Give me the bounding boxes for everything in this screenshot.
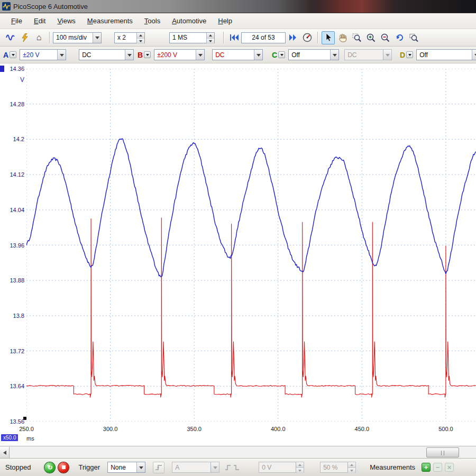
select-tool-button[interactable] [322, 31, 335, 44]
spin-up-icon[interactable] [137, 33, 144, 39]
edit-measurement-button: − [433, 463, 442, 472]
scrollbar-thumb[interactable] [426, 447, 459, 457]
go-button[interactable]: ↻ [44, 462, 55, 473]
channel-d-options-icon[interactable] [406, 51, 413, 58]
stop-button[interactable] [58, 462, 69, 473]
trigger-level-value: 0 V [259, 464, 296, 471]
buffer-overview-button[interactable] [300, 31, 314, 44]
zoom-out-icon [381, 33, 390, 42]
zoom-in-icon [367, 33, 376, 42]
trigger-direction-icons [225, 464, 240, 471]
channel-b-options-icon[interactable] [144, 51, 151, 58]
rewind-icon [230, 34, 239, 41]
dropdown-arrow-icon [210, 462, 219, 472]
add-measurement-button[interactable]: + [422, 463, 431, 472]
toolbar-separator [223, 32, 224, 43]
zoom-in-button[interactable] [364, 31, 378, 44]
y-tick-label: 14.2 [0, 136, 24, 142]
dropdown-arrow-icon[interactable] [254, 50, 262, 60]
spin-up-icon [296, 462, 304, 468]
app-icon [2, 2, 11, 11]
channel-a-range-select[interactable]: ±20 V [20, 49, 66, 60]
dropdown-arrow-icon[interactable] [196, 50, 204, 60]
falling-edge-small-icon [233, 464, 240, 471]
channel-d-controls: D Off [400, 49, 476, 60]
trigger-mode-select[interactable]: None [107, 462, 145, 473]
channel-c-range-select[interactable]: Off [288, 49, 339, 60]
dropdown-arrow-icon[interactable] [472, 50, 476, 60]
menu-item-help[interactable]: Help [212, 15, 238, 27]
dropdown-arrow-icon[interactable] [330, 50, 338, 60]
x-axis-unit: ms [26, 435, 34, 442]
buffer-position-value: 24 of 53 [242, 34, 285, 41]
zoom-scale-badge: x50.0 [1, 434, 18, 441]
fast-forward-icon [288, 34, 298, 41]
menu-item-views[interactable]: Views [51, 15, 81, 27]
menu-item-tools[interactable]: Tools [139, 15, 166, 27]
spin-up-icon[interactable] [207, 33, 214, 39]
channel-a-coupling-select[interactable]: DC [79, 49, 134, 60]
plot-svg[interactable] [26, 69, 476, 422]
y-tick-label: 13.56 [0, 418, 24, 425]
channel-b-range-value: ±200 V [154, 51, 196, 59]
buffer-position-field[interactable]: 24 of 53 [241, 32, 286, 43]
channel-a-options-icon[interactable] [10, 51, 16, 58]
trigger-mode-value: None [108, 464, 136, 471]
timebase-value: 100 ms/div [53, 34, 93, 41]
y-tick-label: 13.64 [0, 383, 24, 389]
channel-b-coupling-select[interactable]: DC [212, 49, 263, 60]
channel-b-label: B [138, 51, 143, 59]
spin-down-icon[interactable] [137, 39, 144, 44]
channel-b-coupling-value: DC [213, 51, 254, 59]
trigger-edge-button [153, 462, 164, 473]
axis-origin-marker [23, 417, 26, 420]
scope-view-button[interactable] [4, 31, 17, 44]
home-button[interactable]: ⌂ [32, 31, 45, 44]
hand-icon [338, 33, 347, 42]
first-buffer-button[interactable] [227, 31, 241, 44]
x-tick-label: 250.0 [19, 426, 34, 432]
channel-a-range-value: ±20 V [20, 51, 57, 59]
scope-display: 13.5613.6413.7213.813.8813.9614.0414.121… [0, 63, 476, 446]
channel-b-range-select[interactable]: ±200 V [154, 49, 205, 60]
spin-down-icon[interactable] [207, 39, 214, 44]
menu-item-automotive[interactable]: Automotive [166, 15, 212, 27]
delete-measurement-button: × [445, 463, 454, 472]
timebase-select[interactable]: 100 ms/div [53, 32, 102, 43]
spin-up-icon [348, 462, 355, 468]
scroll-left-button[interactable] [0, 447, 10, 458]
dropdown-arrow-icon[interactable] [93, 33, 101, 43]
y-axis-unit: V [0, 76, 24, 84]
zoom-full-button[interactable] [407, 31, 420, 44]
samples-spinner[interactable]: 1 MS [169, 32, 215, 43]
dropdown-arrow-icon[interactable] [136, 462, 145, 472]
pan-tool-button[interactable] [336, 31, 349, 44]
zoom-marquee-button[interactable] [350, 31, 363, 44]
next-buffer-button[interactable] [286, 31, 299, 44]
channel-c-options-icon[interactable] [278, 51, 285, 58]
menu-item-edit[interactable]: Edit [28, 15, 51, 27]
rising-edge-small-icon [225, 464, 231, 471]
lightning-icon [21, 33, 29, 42]
horizontal-scrollbar[interactable] [0, 446, 476, 458]
menu-item-measurements[interactable]: Measurements [81, 15, 139, 27]
dropdown-arrow-icon[interactable] [57, 50, 66, 60]
zoom-out-button[interactable] [379, 31, 392, 44]
pre-trigger-spinner: 50 % [320, 462, 356, 473]
rising-edge-icon [155, 464, 162, 471]
menu-item-file[interactable]: File [5, 15, 28, 27]
undo-zoom-button[interactable] [393, 31, 406, 44]
zoom-factor-spinner[interactable]: x 2 [114, 32, 145, 43]
auto-setup-button[interactable] [18, 31, 31, 44]
channel-d-range-select[interactable]: Off [416, 49, 476, 60]
x-tick-label: 350.0 [187, 426, 202, 432]
dropdown-arrow-icon[interactable] [125, 50, 133, 60]
dropdown-arrow-icon [383, 50, 391, 60]
pre-trigger-value: 50 % [321, 464, 347, 471]
channel-a-coupling-value: DC [79, 51, 125, 59]
left-arrow-icon [1, 451, 6, 455]
title-bar[interactable]: PicoScope 6 Automotive [0, 0, 476, 13]
y-tick-label: 13.72 [0, 348, 24, 354]
go-icon: ↻ [47, 464, 52, 471]
trigger-source-value: A [172, 464, 210, 471]
